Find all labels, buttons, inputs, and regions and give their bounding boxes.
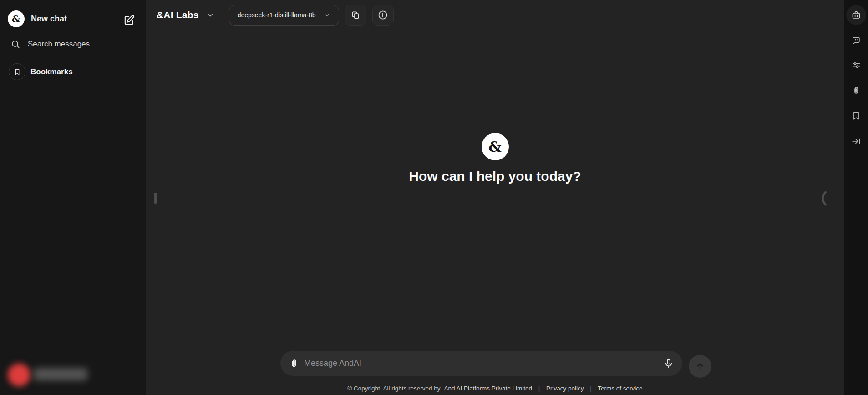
message-input[interactable]	[304, 359, 663, 368]
bookmarks-label: Bookmarks	[30, 67, 73, 77]
arrow-to-bar-icon	[851, 136, 861, 146]
panel-collapse-handle[interactable]	[820, 191, 827, 206]
footer-separator: |	[590, 385, 592, 392]
blurred-profile-badge[interactable]	[6, 363, 97, 390]
blurred-username	[34, 368, 87, 380]
logo-glyph: &	[488, 138, 502, 155]
new-chat-button[interactable]: & New chat	[8, 10, 67, 27]
footer-separator: |	[538, 385, 540, 392]
send-button[interactable]	[689, 355, 711, 378]
footer: © Copyright. All rights reserved by And …	[146, 385, 844, 392]
rail-settings-button[interactable]	[851, 60, 861, 70]
top-toolbar: &AI Labs deepseek-r1-distill-llama-8b	[146, 0, 844, 30]
brand-logo-icon: &	[8, 10, 25, 27]
duplicate-chat-button[interactable]	[345, 5, 366, 26]
bookmark-icon	[9, 63, 25, 80]
message-composer	[280, 351, 682, 376]
voice-input-button[interactable]	[663, 358, 674, 369]
robot-icon	[851, 10, 862, 21]
terms-of-service-link[interactable]: Terms of service	[598, 385, 642, 392]
chevron-down-icon	[323, 11, 330, 19]
paperclip-icon	[851, 86, 861, 96]
compose-button[interactable]	[122, 13, 136, 27]
paperclip-icon	[289, 358, 299, 369]
brand-logo-icon: &	[482, 133, 509, 160]
microphone-icon	[663, 358, 674, 369]
arrow-up-icon	[695, 361, 706, 372]
search-icon	[10, 39, 20, 49]
rail-bookmarks-button[interactable]	[851, 111, 861, 121]
empty-state: & How can I help you today?	[146, 133, 844, 184]
main-chat-area: &AI Labs deepseek-r1-distill-llama-8b	[146, 0, 844, 395]
rail-chats-button[interactable]	[851, 36, 861, 46]
sidebar-item-search[interactable]: Search messages	[10, 39, 90, 49]
rail-attachments-button[interactable]	[851, 86, 861, 96]
sidebar-resize-handle[interactable]	[154, 193, 157, 204]
attach-file-button[interactable]	[289, 358, 299, 369]
blurred-avatar	[8, 364, 30, 386]
rail-collapse-button[interactable]	[851, 136, 861, 146]
new-conversation-button[interactable]	[372, 5, 394, 26]
logo-glyph: &	[12, 13, 20, 25]
greeting-heading: How can I help you today?	[146, 169, 844, 184]
search-label: Search messages	[28, 40, 90, 49]
new-chat-label: New chat	[31, 14, 67, 24]
left-sidebar: & New chat Search messages	[0, 0, 146, 395]
sidebar-item-bookmarks[interactable]: Bookmarks	[9, 63, 73, 80]
bookmark-icon	[851, 111, 861, 121]
model-selector-value: deepseek-r1-distill-llama-8b	[238, 11, 316, 19]
compose-icon	[123, 14, 135, 26]
chevron-down-icon	[206, 11, 214, 19]
app-title: &AI Labs	[157, 10, 199, 21]
rail-assistant-button[interactable]	[846, 5, 866, 25]
chat-bubble-icon	[851, 36, 861, 46]
company-link[interactable]: And AI Platforms Private Limited	[444, 385, 532, 392]
copy-icon	[350, 10, 360, 20]
right-icon-rail	[844, 0, 868, 395]
model-selector[interactable]: deepseek-r1-distill-llama-8b	[229, 5, 339, 26]
copyright-text: © Copyright. All rights reserved by	[347, 385, 440, 392]
plus-circle-icon	[377, 10, 388, 21]
sliders-icon	[851, 60, 861, 70]
app-window: & New chat Search messages	[0, 0, 868, 395]
privacy-policy-link[interactable]: Privacy policy	[546, 385, 584, 392]
workspace-dropdown[interactable]	[206, 11, 214, 19]
